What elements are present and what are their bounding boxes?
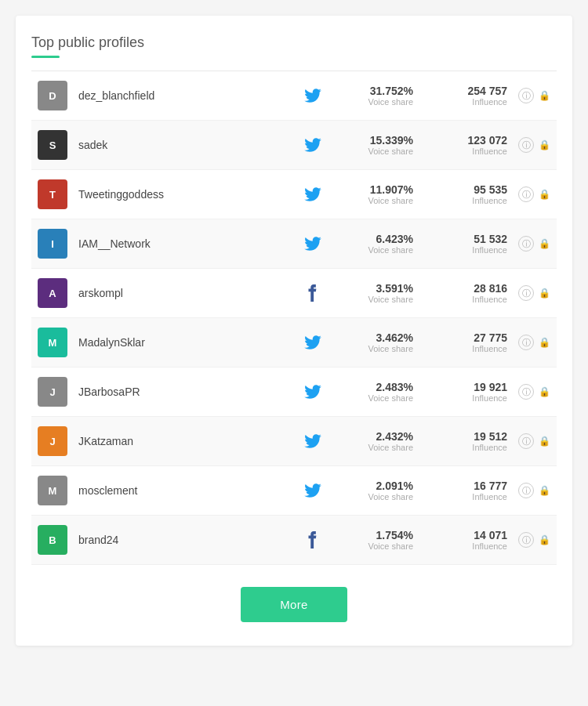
influence-value: 14 071 (437, 529, 507, 541)
table-row: Ddez_blanchfield31.752%Voice share254 75… (31, 71, 557, 121)
voice-share-label: Voice share (343, 344, 413, 353)
voice-share-value: 3.462% (343, 331, 413, 344)
action-icons-group: ⓘ 🔒 (518, 532, 550, 548)
twitter-icon (299, 187, 327, 201)
info-icon[interactable]: ⓘ (518, 433, 534, 449)
facebook-f-icon (306, 531, 320, 549)
lock-icon: 🔒 (539, 139, 550, 150)
username-label: sadek (78, 139, 299, 151)
twitter-icon (299, 335, 327, 349)
info-icon[interactable]: ⓘ (518, 384, 534, 400)
lock-icon: 🔒 (539, 337, 550, 348)
influence-label: Influence (437, 393, 507, 403)
info-icon[interactable]: ⓘ (518, 285, 534, 301)
top-profiles-card: Top public profiles Ddez_blanchfield31.7… (16, 16, 572, 646)
influence-block: 123 072Influence (437, 134, 507, 156)
action-icons-group: ⓘ 🔒 (518, 186, 550, 202)
voice-share-block: 3.462%Voice share (343, 331, 413, 353)
stats-block: 2.091%Voice share16 777Influence (343, 480, 507, 501)
twitter-icon (299, 434, 327, 448)
more-button[interactable]: More (241, 587, 347, 622)
influence-label: Influence (437, 443, 507, 452)
action-icons-group: ⓘ 🔒 (518, 137, 550, 153)
stats-block: 15.339%Voice share123 072Influence (343, 134, 507, 156)
voice-share-label: Voice share (343, 492, 413, 501)
twitter-bird-icon (304, 237, 321, 251)
table-row: IIAM__Network6.423%Voice share51 532Infl… (31, 219, 557, 269)
voice-share-block: 6.423%Voice share (343, 233, 413, 255)
influence-value: 28 816 (437, 282, 507, 295)
influence-value: 19 512 (437, 430, 507, 443)
title-underline (31, 56, 60, 58)
voice-share-label: Voice share (343, 541, 413, 551)
info-icon[interactable]: ⓘ (518, 483, 534, 498)
table-row: Bbrand241.754%Voice share14 071Influence… (31, 516, 557, 565)
influence-label: Influence (437, 295, 507, 304)
voice-share-label: Voice share (343, 295, 413, 304)
voice-share-label: Voice share (343, 147, 413, 156)
influence-block: 254 757Influence (437, 85, 507, 107)
stats-block: 2.432%Voice share19 512Influence (343, 430, 507, 452)
voice-share-label: Voice share (343, 443, 413, 452)
info-icon[interactable]: ⓘ (518, 335, 534, 350)
twitter-icon (299, 138, 327, 152)
influence-value: 16 777 (437, 480, 507, 492)
influence-block: 14 071Influence (437, 529, 507, 551)
table-row: Ssadek15.339%Voice share123 072Influence… (31, 121, 557, 170)
voice-share-value: 6.423% (343, 233, 413, 245)
voice-share-value: 3.591% (343, 282, 413, 295)
lock-icon: 🔒 (539, 485, 550, 496)
table-row: MMadalynSklar3.462%Voice share27 775Infl… (31, 318, 557, 367)
influence-block: 95 535Influence (437, 183, 507, 205)
info-icon[interactable]: ⓘ (518, 88, 534, 103)
voice-share-label: Voice share (343, 97, 413, 107)
table-row: TTweetinggoddess11.907%Voice share95 535… (31, 170, 557, 219)
avatar: T (38, 179, 67, 209)
facebook-icon (299, 531, 327, 549)
username-label: JKatzaman (78, 435, 299, 447)
voice-share-block: 11.907%Voice share (343, 183, 413, 205)
username-label: JBarbosaPR (78, 386, 299, 398)
card-title: Top public profiles (31, 34, 557, 51)
twitter-icon (299, 237, 327, 251)
username-label: MadalynSklar (78, 336, 299, 349)
info-icon[interactable]: ⓘ (518, 137, 534, 153)
influence-label: Influence (437, 196, 507, 205)
voice-share-value: 31.752% (343, 85, 413, 97)
influence-label: Influence (437, 344, 507, 353)
influence-label: Influence (437, 492, 507, 501)
voice-share-value: 15.339% (343, 134, 413, 147)
influence-block: 51 532Influence (437, 233, 507, 255)
stats-block: 3.462%Voice share27 775Influence (343, 331, 507, 353)
influence-value: 254 757 (437, 85, 507, 97)
action-icons-group: ⓘ 🔒 (518, 433, 550, 449)
influence-block: 19 512Influence (437, 430, 507, 452)
avatar: B (38, 525, 67, 555)
influence-label: Influence (437, 147, 507, 156)
lock-icon: 🔒 (539, 288, 550, 299)
avatar: I (38, 229, 67, 259)
action-icons-group: ⓘ 🔒 (518, 285, 550, 301)
username-label: dez_blanchfield (78, 89, 299, 102)
twitter-bird-icon (304, 187, 321, 201)
influence-block: 28 816Influence (437, 282, 507, 304)
voice-share-block: 31.752%Voice share (343, 85, 413, 107)
lock-icon: 🔒 (539, 436, 550, 447)
voice-share-value: 2.483% (343, 381, 413, 393)
info-icon[interactable]: ⓘ (518, 186, 534, 202)
action-icons-group: ⓘ 🔒 (518, 335, 550, 350)
stats-block: 1.754%Voice share14 071Influence (343, 529, 507, 551)
voice-share-block: 2.091%Voice share (343, 480, 413, 501)
twitter-icon (299, 483, 327, 498)
info-icon[interactable]: ⓘ (518, 532, 534, 548)
voice-share-label: Voice share (343, 196, 413, 205)
username-label: IAM__Network (78, 237, 299, 250)
influence-value: 95 535 (437, 183, 507, 196)
influence-label: Influence (437, 245, 507, 255)
info-icon[interactable]: ⓘ (518, 236, 534, 252)
stats-block: 2.483%Voice share19 921Influence (343, 381, 507, 403)
influence-value: 123 072 (437, 134, 507, 147)
twitter-bird-icon (304, 335, 321, 349)
username-label: arskompl (78, 287, 299, 299)
more-button-wrapper: More (31, 587, 557, 622)
